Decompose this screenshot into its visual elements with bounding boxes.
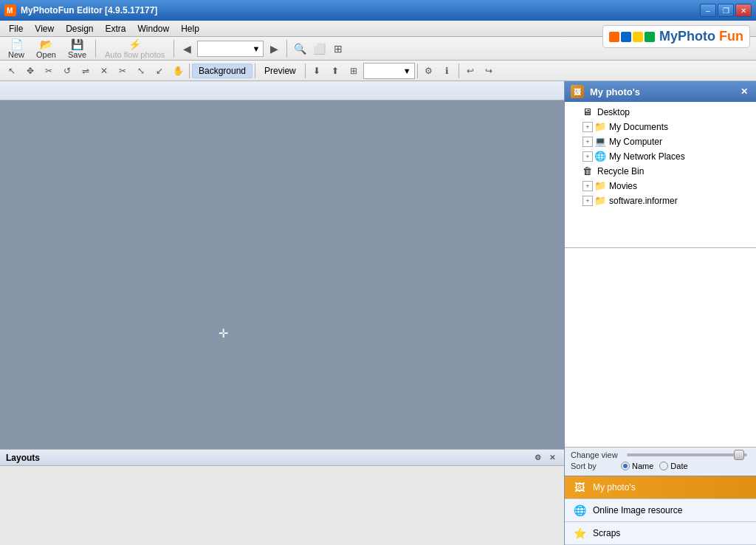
undo-button[interactable]: ↩ bbox=[461, 63, 479, 79]
canvas-workspace[interactable]: ✛ bbox=[0, 100, 564, 449]
resize-tool[interactable]: ⤡ bbox=[132, 63, 150, 79]
tree-item-software[interactable]: + 📁 software.informer bbox=[565, 193, 756, 208]
close-button[interactable]: ✕ bbox=[735, 4, 752, 17]
software-icon: 📁 bbox=[594, 195, 606, 207]
tree-item-network[interactable]: + 🌐 My Network Places bbox=[565, 149, 756, 164]
panel-close-button[interactable]: ✕ bbox=[738, 86, 750, 97]
brand-logo bbox=[609, 32, 655, 42]
tree-item-movies[interactable]: + 📁 Movies bbox=[565, 179, 756, 193]
desktop-label: Desktop bbox=[597, 107, 630, 117]
info-button[interactable]: ℹ bbox=[439, 63, 456, 79]
menu-extra[interactable]: Extra bbox=[100, 22, 132, 35]
tree-item-recycle[interactable]: 🗑 Recycle Bin bbox=[565, 164, 756, 179]
nav-back-button[interactable]: ◀ bbox=[178, 40, 196, 58]
new-icon: 📄 bbox=[10, 38, 23, 50]
zoom-out-button[interactable]: 🔍 bbox=[291, 40, 309, 58]
panel-header-icon: 🖼 bbox=[571, 85, 584, 98]
right-panel: 🖼 My photo's ✕ 🖥 Desktop + 📁 My Document… bbox=[564, 81, 756, 545]
expand-computer[interactable]: + bbox=[583, 137, 593, 147]
page-dropdown[interactable]: ▼ bbox=[197, 41, 264, 57]
sort-by-label: Sort by bbox=[571, 462, 615, 470]
dropdown-arrow-icon: ▼ bbox=[252, 44, 260, 53]
tab-online-label: Online Image resource bbox=[593, 505, 682, 515]
layouts-content bbox=[0, 466, 564, 545]
movies-icon: 📁 bbox=[594, 180, 606, 192]
sort-name-option[interactable]: Name bbox=[621, 462, 653, 470]
minimize-button[interactable]: – bbox=[700, 4, 716, 17]
layouts-close-button[interactable]: ✕ bbox=[546, 452, 558, 464]
tab-scraps-label: Scraps bbox=[593, 528, 620, 538]
save-button[interactable]: 💾 Save bbox=[63, 36, 92, 61]
toolbar-separator-3 bbox=[286, 40, 287, 58]
thumbnail-area bbox=[565, 247, 756, 447]
rotate-tool[interactable]: ↺ bbox=[58, 63, 76, 79]
hand-tool[interactable]: ✋ bbox=[169, 63, 187, 79]
toolbar-separator-1 bbox=[95, 40, 96, 58]
delete-tool[interactable]: ✕ bbox=[95, 63, 113, 79]
expand-movies[interactable]: + bbox=[583, 181, 593, 191]
layouts-settings-button[interactable]: ⚙ bbox=[532, 452, 543, 464]
tab-online-icon: 🌐 bbox=[572, 503, 587, 518]
grid-view-button[interactable]: ⊞ bbox=[329, 40, 347, 58]
preview-button[interactable]: Preview bbox=[258, 64, 303, 78]
desktop-icon: 🖥 bbox=[583, 106, 594, 118]
expand-documents[interactable]: + bbox=[583, 122, 593, 132]
import-button[interactable]: ⬇ bbox=[308, 63, 326, 79]
new-button[interactable]: 📄 New bbox=[3, 36, 30, 61]
open-button[interactable]: 📂 Open bbox=[31, 36, 61, 61]
layouts-header: Layouts ⚙ ✕ bbox=[0, 450, 564, 466]
menu-design[interactable]: Design bbox=[60, 22, 99, 35]
cursor-tool[interactable]: ↙ bbox=[151, 63, 168, 79]
sort-name-radio[interactable] bbox=[621, 462, 630, 470]
restore-button[interactable]: ❐ bbox=[718, 4, 734, 17]
crop-tool[interactable]: ✂ bbox=[40, 63, 58, 79]
tab-online[interactable]: 🌐 Online Image resource bbox=[565, 499, 756, 522]
tab-scraps[interactable]: ⭐ Scraps bbox=[565, 522, 756, 545]
export-button[interactable]: ⬆ bbox=[326, 63, 344, 79]
settings-button[interactable]: ⚙ bbox=[420, 63, 438, 79]
background-button[interactable]: Background bbox=[192, 64, 252, 78]
sort-date-label: Date bbox=[670, 462, 687, 470]
tab-myphotos-label: My photo's bbox=[593, 482, 636, 493]
app-icon: M bbox=[4, 4, 16, 16]
flip-tool[interactable]: ⇌ bbox=[77, 63, 94, 79]
sort-date-radio[interactable] bbox=[659, 462, 668, 470]
menu-view[interactable]: View bbox=[29, 22, 60, 35]
tree-item-documents[interactable]: + 📁 My Documents bbox=[565, 120, 756, 134]
tree-item-desktop[interactable]: 🖥 Desktop bbox=[565, 105, 756, 120]
panel-title: My photo's bbox=[590, 86, 640, 97]
nav-forward-button[interactable]: ▶ bbox=[265, 40, 283, 58]
panel-controls: Change view Sort by Name Date bbox=[565, 447, 756, 476]
cut-tool[interactable]: ✂ bbox=[114, 63, 131, 79]
tool-dropdown[interactable]: ▼ bbox=[363, 63, 415, 79]
view-slider-thumb[interactable] bbox=[734, 450, 744, 460]
sort-by-row: Sort by Name Date bbox=[571, 462, 750, 470]
page-view-button[interactable]: ⬜ bbox=[310, 40, 328, 58]
tab-myphotos[interactable]: 🖼 My photo's bbox=[565, 476, 756, 499]
recycle-label: Recycle Bin bbox=[597, 166, 644, 176]
toolbar2-separator-4 bbox=[417, 64, 418, 78]
layout-button[interactable]: ⊞ bbox=[345, 63, 362, 79]
autoflow-button[interactable]: ⚡ Auto flow photos bbox=[100, 36, 170, 61]
menu-window[interactable]: Window bbox=[132, 22, 176, 35]
select-tool[interactable]: ↖ bbox=[3, 63, 21, 79]
sort-name-label: Name bbox=[632, 462, 653, 470]
toolbar2-separator-2 bbox=[255, 64, 255, 78]
menu-file[interactable]: File bbox=[3, 22, 29, 35]
tree-item-computer[interactable]: + 💻 My Computer bbox=[565, 134, 756, 149]
file-tree[interactable]: 🖥 Desktop + 📁 My Documents + 💻 My Comput… bbox=[565, 102, 756, 247]
movies-label: Movies bbox=[609, 181, 637, 191]
documents-label: My Documents bbox=[609, 122, 668, 132]
computer-icon: 💻 bbox=[594, 136, 606, 148]
redo-button[interactable]: ↪ bbox=[480, 63, 498, 79]
move-tool[interactable]: ✥ bbox=[21, 63, 39, 79]
menu-help[interactable]: Help bbox=[175, 22, 205, 35]
expand-network[interactable]: + bbox=[583, 151, 593, 162]
network-label: My Network Places bbox=[609, 151, 685, 162]
expand-software[interactable]: + bbox=[583, 196, 593, 206]
view-slider-track bbox=[627, 453, 747, 456]
recycle-icon: 🗑 bbox=[583, 165, 594, 177]
toolbar-separator-2 bbox=[173, 40, 174, 58]
network-icon: 🌐 bbox=[594, 151, 606, 162]
sort-date-option[interactable]: Date bbox=[659, 462, 687, 470]
